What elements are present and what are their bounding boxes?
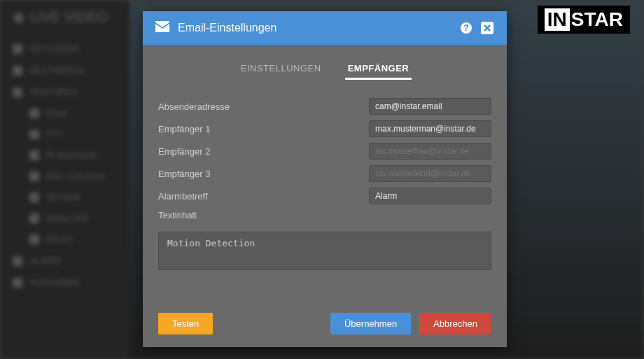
sidebar-item-email[interactable]: Email xyxy=(13,103,117,124)
recipient1-input[interactable] xyxy=(369,120,491,137)
sidebar-item-label: FTP xyxy=(46,129,62,139)
body-label: Textinhalt xyxy=(158,210,491,220)
email-settings-modal: Email-Einstellungen ? EINSTELLUNGEN EMPF… xyxy=(143,11,507,347)
svg-text:?: ? xyxy=(463,23,468,33)
sidebar-title-text: LIVE VIDEO xyxy=(30,9,108,25)
envelope-icon xyxy=(29,108,39,118)
sidebar-item-record[interactable]: Man. Aufnahme xyxy=(13,166,117,187)
sidebar-item-label: Status LED xyxy=(46,213,89,223)
recipient3-label: Empfänger 3 xyxy=(158,169,369,179)
tasks-icon xyxy=(13,278,22,288)
sidebar-item-multimedia[interactable]: MULTIMEDIA xyxy=(13,59,117,81)
recipient3-input[interactable] xyxy=(369,165,491,182)
sd-icon xyxy=(29,192,39,202)
upload-icon xyxy=(29,129,39,139)
sender-input[interactable] xyxy=(369,98,491,115)
close-icon[interactable] xyxy=(480,21,494,35)
bulb-icon xyxy=(29,150,39,160)
record-icon xyxy=(29,171,39,181)
sidebar-item-wizard[interactable]: Wizard xyxy=(13,229,117,250)
recipients-form: Absenderadresse Empfänger 1 Empfänger 2 … xyxy=(143,87,507,278)
sidebar-item-ftp[interactable]: FTP xyxy=(13,124,117,145)
help-icon[interactable]: ? xyxy=(459,21,473,35)
sidebar-item-label: Wizard xyxy=(46,234,72,244)
recipient1-label: Empfänger 1 xyxy=(158,124,369,134)
modal-footer: Testen Übernehmen Abbrechen xyxy=(143,302,507,347)
brand-logo: INSTAR xyxy=(538,6,630,34)
cancel-button[interactable]: Abbrechen xyxy=(419,313,491,335)
bell-icon xyxy=(13,256,22,266)
envelope-icon xyxy=(155,21,169,35)
modal-header: Email-Einstellungen ? xyxy=(143,11,507,45)
sidebar-item-label: SD Karte xyxy=(46,192,80,202)
body-textarea[interactable] xyxy=(158,232,491,270)
sidebar-item-label: NETZWERK xyxy=(29,43,80,54)
sidebar-item-netzwerk[interactable]: NETZWERK xyxy=(13,38,117,59)
sidebar-item-alarm[interactable]: ALARM xyxy=(13,250,117,272)
modal-title: Email-Einstellungen xyxy=(178,22,276,34)
image-icon xyxy=(13,66,22,76)
tab-recipients[interactable]: EMPFÄNGER xyxy=(345,59,412,80)
logo-part1: IN xyxy=(545,8,570,31)
sidebar-item-aufgaben[interactable]: AUFGABEN xyxy=(13,272,117,293)
sidebar-item-label: Email xyxy=(46,108,67,118)
sidebar-item-label: Man. Aufnahme xyxy=(46,171,105,181)
recipient2-label: Empfänger 2 xyxy=(158,146,369,157)
sidebar: ◉ LIVE VIDEO NETZWERK MULTIMEDIA FEATURE… xyxy=(0,0,130,359)
sidebar-item-sd[interactable]: SD Karte xyxy=(13,187,117,208)
gear-icon xyxy=(13,87,22,97)
subject-label: Alarmbetreff xyxy=(158,191,369,202)
recipient2-input[interactable] xyxy=(369,143,491,160)
sidebar-item-features[interactable]: FEATURES xyxy=(13,81,117,103)
subject-input[interactable] xyxy=(369,188,491,204)
wand-icon xyxy=(29,234,39,244)
sender-label: Absenderadresse xyxy=(158,101,369,112)
test-button[interactable]: Testen xyxy=(158,313,213,335)
sidebar-item-label: AUFGABEN xyxy=(29,277,80,288)
sidebar-item-label: MULTIMEDIA xyxy=(29,65,85,76)
modal-tabs: EINSTELLUNGEN EMPFÄNGER xyxy=(143,45,507,87)
apply-button[interactable]: Übernehmen xyxy=(330,313,411,335)
tab-settings[interactable]: EINSTELLUNGEN xyxy=(238,59,324,80)
sidebar-item-label: FEATURES xyxy=(29,87,77,97)
sidebar-title: ◉ LIVE VIDEO xyxy=(13,8,117,25)
led-icon xyxy=(29,213,39,223)
logo-part2: STAR xyxy=(571,8,623,31)
sidebar-item-ir[interactable]: IR Nachtsicht xyxy=(13,145,117,166)
users-icon xyxy=(13,44,22,54)
sidebar-item-led[interactable]: Status LED xyxy=(13,208,117,229)
play-icon: ◉ xyxy=(13,8,24,25)
sidebar-item-label: IR Nachtsicht xyxy=(46,150,96,160)
sidebar-item-label: ALARM xyxy=(29,255,61,266)
